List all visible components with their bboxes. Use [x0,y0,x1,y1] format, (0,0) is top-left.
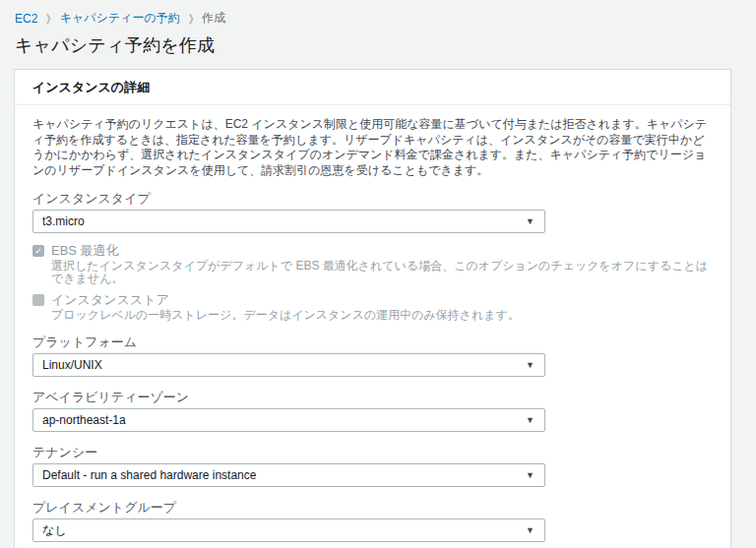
caret-down-icon: ▼ [526,217,535,226]
availability-zone-select[interactable]: ap-northeast-1a ▼ [32,408,545,432]
platform-select[interactable]: Linux/UNIX ▼ [32,353,545,377]
platform-selected-value: Linux/UNIX [42,358,102,372]
instance-type-select[interactable]: t3.micro ▼ [32,210,545,233]
field-placement-group: プレイスメントグループ なし ▼ [32,500,713,542]
instance-store-checkbox [32,294,44,306]
breadcrumb-link-capacity-reservations[interactable]: キャパシティーの予約 [60,10,180,27]
chevron-right-icon: ❯ [45,13,51,24]
placement-group-selected-value: なし [42,522,67,539]
tenancy-selected-value: Default - run a shared hardware instance [42,468,256,482]
tenancy-label: テナンシー [32,445,713,459]
breadcrumb-link-ec2[interactable]: EC2 [15,12,37,26]
availability-zone-label: アベイラビリティーゾーン [32,390,713,404]
ebs-optimized-description: 選択したインスタンスタイプがデフォルトで EBS 最適化されている場合、このオプ… [51,260,713,285]
platform-label: プラットフォーム [32,335,713,349]
instance-type-label: インスタンスタイプ [32,191,713,206]
caret-down-icon: ▼ [526,361,535,370]
field-availability-zone: アベイラビリティーゾーン ap-northeast-1a ▼ [32,390,713,432]
field-tenancy: テナンシー Default - run a shared hardware in… [32,445,713,487]
tenancy-select[interactable]: Default - run a shared hardware instance… [32,463,545,487]
instance-details-panel: インスタンスの詳細 キャパシティ予約のリクエストは、EC2 インスタンス制限と使… [14,69,731,548]
panel-description: キャパシティ予約のリクエストは、EC2 インスタンス制限と使用可能な容量に基づい… [32,117,713,178]
breadcrumb-current-page: 作成 [202,10,225,27]
instance-store-label: インスタンスストア [51,293,169,307]
chevron-right-icon: ❯ [188,13,194,24]
instance-type-selected-value: t3.micro [42,214,85,228]
placement-group-select[interactable]: なし ▼ [32,518,545,542]
panel-body: キャパシティ予約のリクエストは、EC2 インスタンス制限と使用可能な容量に基づい… [15,105,730,548]
ebs-optimized-checkbox: ✓ [32,245,44,257]
caret-down-icon: ▼ [526,526,535,535]
ebs-optimized-label: EBS 最適化 [51,244,119,258]
field-instance-type: インスタンスタイプ t3.micro ▼ [32,191,713,233]
caret-down-icon: ▼ [526,416,535,425]
instance-store-description: ブロックレベルの一時ストレージ。データはインスタンスの運用中のみ保持されます。 [51,309,713,322]
caret-down-icon: ▼ [526,471,535,480]
instance-store-row: インスタンスストア ブロックレベルの一時ストレージ。データはインスタンスの運用中… [32,293,713,322]
placement-group-label: プレイスメントグループ [32,500,713,515]
availability-zone-selected-value: ap-northeast-1a [42,413,126,427]
page-title: キャパシティ予約を作成 [15,33,756,57]
storage-options-group: ✓ EBS 最適化 選択したインスタンスタイプがデフォルトで EBS 最適化され… [32,244,713,322]
ebs-optimized-row: ✓ EBS 最適化 選択したインスタンスタイプがデフォルトで EBS 最適化され… [32,244,713,285]
field-platform: プラットフォーム Linux/UNIX ▼ [32,335,713,377]
breadcrumb: EC2 ❯ キャパシティーの予約 ❯ 作成 [0,0,756,27]
panel-header-title: インスタンスの詳細 [15,70,730,105]
